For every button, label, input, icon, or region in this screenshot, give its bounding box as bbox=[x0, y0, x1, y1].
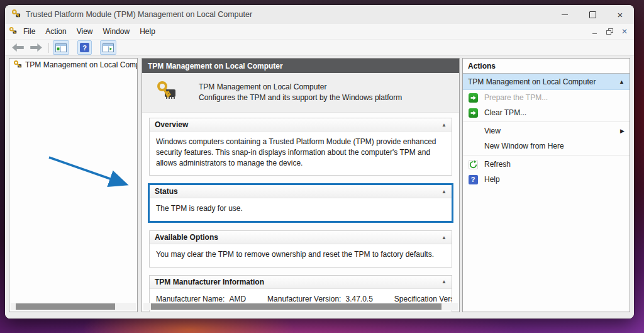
submenu-icon: ▶ bbox=[620, 128, 625, 134]
back-arrow-icon bbox=[12, 43, 24, 52]
collapse-icon[interactable]: ▲ bbox=[441, 279, 447, 285]
window-title: Trusted Platform Module (TPM) Management… bbox=[26, 10, 551, 19]
action-clear-tpm[interactable]: Clear TPM... bbox=[463, 105, 630, 120]
show-action-pane-button[interactable] bbox=[100, 40, 116, 55]
child-close-button[interactable]: ✕ bbox=[618, 26, 631, 38]
menu-file[interactable]: File bbox=[18, 25, 40, 38]
section-overview: Overview ▲ Windows computers containing … bbox=[149, 118, 452, 176]
action-clear-tpm-label: Clear TPM... bbox=[484, 108, 526, 117]
action-pane-icon bbox=[103, 43, 114, 52]
green-arrow-icon bbox=[468, 108, 478, 118]
results-pane: TPM Management on Local Computer TPM Man… bbox=[142, 58, 460, 312]
results-scrollbar-thumb[interactable] bbox=[151, 303, 441, 310]
results-header-title: TPM Management on Local Computer bbox=[148, 62, 283, 71]
close-button[interactable]: × bbox=[606, 5, 634, 24]
section-available-options: Available Options ▲ You may clear the TP… bbox=[149, 230, 452, 268]
maximize-button[interactable] bbox=[579, 5, 606, 24]
action-new-window[interactable]: New Window from Here bbox=[463, 138, 630, 154]
toolbar-separator bbox=[48, 43, 49, 53]
section-overview-header[interactable]: Overview ▲ bbox=[150, 118, 452, 132]
action-refresh[interactable]: Refresh bbox=[463, 157, 630, 172]
maximize-icon bbox=[589, 11, 596, 18]
action-help-label: Help bbox=[484, 175, 500, 184]
help-icon: ? bbox=[80, 43, 89, 52]
action-view[interactable]: View ▶ bbox=[463, 123, 630, 138]
show-console-tree-button[interactable] bbox=[53, 40, 69, 55]
console-tree-icon bbox=[55, 43, 67, 52]
section-status: Status ▲ The TPM is ready for use. bbox=[148, 183, 453, 223]
action-new-window-label: New Window from Here bbox=[484, 142, 564, 150]
snapin-key-icon bbox=[9, 26, 17, 37]
toolbar-gap2 bbox=[96, 43, 96, 53]
forward-button[interactable] bbox=[28, 40, 45, 55]
tree-item-label: TPM Management on Local Compu bbox=[25, 60, 137, 69]
help-toolbar-button[interactable]: ? bbox=[77, 40, 92, 55]
back-button[interactable] bbox=[9, 40, 26, 55]
description-title: TPM Management on Local Computer bbox=[199, 82, 402, 93]
child-restore-icon bbox=[606, 28, 613, 35]
child-minimize-icon bbox=[592, 33, 597, 34]
forward-arrow-icon bbox=[30, 43, 42, 52]
close-icon: × bbox=[618, 10, 623, 20]
actions-pane: Actions TPM Management on Local Computer… bbox=[462, 58, 630, 312]
action-view-label: View bbox=[484, 127, 501, 135]
section-status-header[interactable]: Status ▲ bbox=[150, 185, 452, 198]
title-bar: Trusted Platform Module (TPM) Management… bbox=[5, 5, 634, 24]
action-prepare-tpm[interactable]: Prepare the TPM... bbox=[463, 90, 630, 105]
menu-view[interactable]: View bbox=[72, 25, 98, 38]
section-overview-body: Windows computers containing a Trusted P… bbox=[150, 132, 452, 175]
collapse-icon[interactable]: ▲ bbox=[619, 79, 625, 85]
refresh-icon bbox=[468, 160, 478, 169]
actions-pane-header: Actions bbox=[463, 59, 630, 74]
child-restore-button[interactable] bbox=[602, 26, 616, 38]
actions-group-tpm[interactable]: TPM Management on Local Computer ▲ bbox=[463, 74, 630, 90]
description-band: TPM Management on Local Computer Configu… bbox=[142, 73, 459, 113]
toolbar-gap bbox=[73, 43, 74, 53]
svg-text:?: ? bbox=[82, 44, 87, 52]
child-minimize-button[interactable] bbox=[587, 26, 601, 38]
tree-horizontal-scrollbar[interactable] bbox=[11, 303, 136, 310]
section-status-body: The TPM is ready for use. bbox=[150, 198, 452, 221]
workspace: TPM Management on Local Compu TPM Manage… bbox=[5, 56, 634, 319]
tpm-key-chip-icon bbox=[156, 81, 179, 104]
child-close-icon: ✕ bbox=[621, 28, 628, 35]
results-body: Overview ▲ Windows computers containing … bbox=[142, 113, 459, 312]
tree-scrollbar-thumb[interactable] bbox=[16, 303, 115, 310]
description-subtitle: Configures the TPM and its support by th… bbox=[199, 93, 402, 103]
menu-window[interactable]: Window bbox=[98, 25, 135, 38]
collapse-icon[interactable]: ▲ bbox=[441, 189, 447, 195]
green-arrow-icon bbox=[468, 93, 478, 103]
action-refresh-label: Refresh bbox=[484, 160, 511, 169]
section-manufacturer-info-title: TPM Manufacturer Information bbox=[155, 278, 264, 286]
action-help[interactable]: ? Help bbox=[463, 172, 630, 187]
menu-bar: File Action View Window Help ✕ bbox=[5, 24, 634, 40]
console-tree-pane: TPM Management on Local Compu bbox=[9, 58, 138, 312]
action-prepare-tpm-label: Prepare the TPM... bbox=[484, 93, 548, 102]
minimize-button[interactable] bbox=[551, 5, 579, 24]
minimize-icon bbox=[562, 14, 568, 15]
section-status-title: Status bbox=[155, 187, 178, 196]
section-manufacturer-info-header[interactable]: TPM Manufacturer Information ▲ bbox=[150, 276, 452, 289]
tree-item-tpm-root[interactable]: TPM Management on Local Compu bbox=[9, 59, 137, 71]
tree-key-icon bbox=[13, 60, 22, 71]
menu-action[interactable]: Action bbox=[40, 25, 71, 38]
actions-separator bbox=[463, 121, 630, 122]
help-icon: ? bbox=[468, 175, 478, 184]
section-overview-title: Overview bbox=[155, 120, 188, 129]
app-key-icon bbox=[11, 9, 21, 21]
menu-help[interactable]: Help bbox=[135, 25, 160, 38]
mmc-window: Trusted Platform Module (TPM) Management… bbox=[5, 5, 634, 319]
section-available-options-body: You may clear the TPM to remove ownershi… bbox=[150, 244, 452, 267]
section-available-options-title: Available Options bbox=[155, 233, 218, 242]
section-available-options-header[interactable]: Available Options ▲ bbox=[150, 231, 452, 244]
collapse-icon[interactable]: ▲ bbox=[441, 122, 447, 128]
toolbar: ? bbox=[5, 40, 634, 56]
results-header-bar: TPM Management on Local Computer bbox=[142, 59, 459, 73]
actions-separator bbox=[463, 155, 630, 155]
results-horizontal-scrollbar[interactable] bbox=[143, 303, 458, 310]
collapse-icon[interactable]: ▲ bbox=[441, 235, 447, 240]
actions-group-title: TPM Management on Local Computer bbox=[468, 77, 596, 86]
